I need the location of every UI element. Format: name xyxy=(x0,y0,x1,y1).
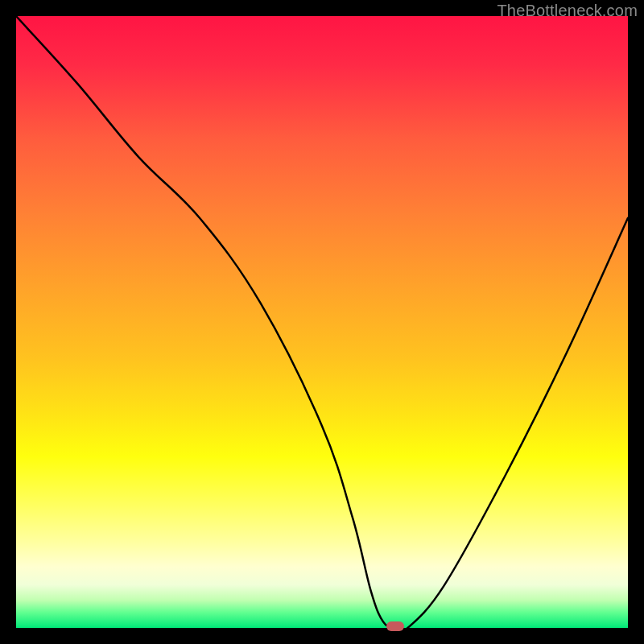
plot-area xyxy=(16,16,628,628)
optimal-marker xyxy=(386,621,404,631)
chart-container: TheBottleneck.com xyxy=(0,0,644,644)
bottleneck-curve xyxy=(16,16,628,628)
